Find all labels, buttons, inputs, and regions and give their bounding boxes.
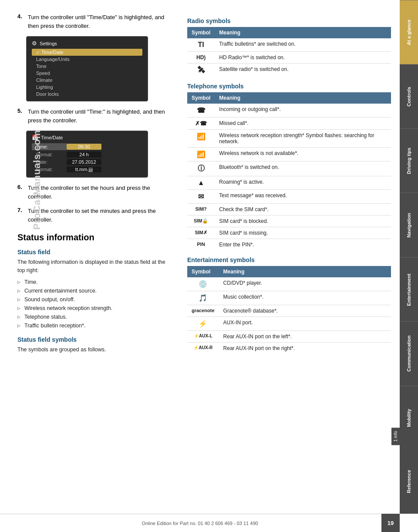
step-6-number: 6. — [17, 184, 26, 190]
menu-item-climate: Climate — [32, 77, 142, 84]
tel-meaning-signal: Wireless network reception strength* Sym… — [215, 130, 391, 148]
ent-sym-aux-l: ⚡AUX-L — [187, 331, 219, 343]
sidebar-item-reference[interactable]: Reference — [400, 450, 418, 514]
settings-label: Settings — [40, 41, 57, 46]
entertainment-symbols-heading: Entertainment symbols — [187, 256, 391, 263]
status-field-symbols-text: The symbols are grouped as follows. — [17, 346, 174, 354]
settings-title: ⚙ Settings — [32, 40, 142, 47]
table-row: ⚡ AUX-IN port. — [187, 317, 391, 331]
tel-sym-sim-check: SIM? — [187, 204, 215, 215]
menu-item-tone: Tone — [32, 63, 142, 70]
table-row: ✗☎ Missed call*. — [187, 118, 391, 130]
table-row: 💿 CD/DVD* player. — [187, 277, 391, 291]
tel-meaning-no-signal: Wireless network is not available*. — [215, 148, 391, 162]
sidebar-item-at-a-glance[interactable]: At a glance — [400, 0, 418, 64]
timedate-date-value: 27.05.2012 — [67, 159, 101, 165]
tel-sym-sim-missing: SIM✗ — [187, 227, 215, 239]
timedate-row-date: Date: 27.05.2012 — [32, 159, 142, 165]
tel-meaning-missed: Missed call*. — [215, 118, 391, 130]
ent-meaning-aux: AUX-IN port. — [219, 317, 391, 331]
status-field-bullets: Time. Current entertainment source. Soun… — [17, 278, 174, 330]
page-number: 19 — [381, 514, 400, 532]
ent-sym-gracenote: gracenote — [187, 305, 219, 317]
timedate-row-time: Time: 09:30 — [32, 143, 142, 150]
timedate-time-value: 09:30 — [67, 144, 101, 150]
table-row: SIM🔒 SIM card* is blocked. — [187, 215, 391, 227]
radio-sym-sat: 🛰 — [187, 64, 215, 77]
table-row: ⓘ Bluetooth* is switched on. — [187, 162, 391, 176]
tel-sym-signal: 📶 — [187, 130, 215, 148]
ent-col-symbol: Symbol — [187, 266, 219, 277]
ent-meaning-aux-r: Rear AUX-IN port on the right*. — [219, 343, 391, 354]
tel-sym-roaming: ▲ — [187, 176, 215, 190]
radio-symbols-table: Symbol Meaning TI Traffic bulletins* are… — [187, 27, 391, 77]
step-6-text: Turn the controller to set the hours and… — [28, 184, 174, 201]
ent-meaning-aux-l: Rear AUX-IN port on the left*. — [219, 331, 391, 343]
tel-meaning-call: Incoming or outgoing call*. — [215, 104, 391, 118]
hd-icon: HD) — [196, 54, 206, 61]
table-row: ⚡AUX-R Rear AUX-IN port on the right*. — [187, 343, 391, 354]
radio-meaning-ti: Traffic bulletins* are switched on. — [215, 38, 391, 52]
sidebar-item-entertainment[interactable]: Entertainment — [400, 257, 418, 322]
table-row: 📶 Wireless network is not available*. — [187, 148, 391, 162]
tel-col-meaning: Meaning — [215, 92, 391, 104]
table-row: ✉ Text message* was received. — [187, 190, 391, 204]
tel-meaning-roaming: Roaming* is active. — [215, 176, 391, 190]
ent-col-meaning: Meaning — [219, 266, 391, 277]
table-row: SIM? Check the SIM card*. — [187, 204, 391, 215]
bullet-traffic: Traffic bulletin reception*. — [17, 321, 174, 330]
tel-sym-sim-blocked: SIM🔒 — [187, 215, 215, 227]
menu-item-language: Language/Units — [32, 56, 142, 63]
sidebar: At a glance Controls Driving tips Naviga… — [400, 0, 418, 514]
menu-item-speed: Speed — [32, 70, 142, 77]
timedate-screen: 📅 Time/Date Time: 09:30 Format: 24 h Dat… — [26, 131, 148, 178]
main-content: 4. Turn the controller until "Time/Date"… — [0, 0, 400, 364]
footer: Online Edition for Part no. 01 40 2 606 … — [0, 514, 400, 532]
radio-meaning-sat: Satellite radio* is switched on. — [215, 64, 391, 77]
tel-meaning-sms: Text message* was received. — [215, 190, 391, 204]
ent-sym-aux-r: ⚡AUX-R — [187, 343, 219, 354]
table-row: SIM✗ SIM card* is missing. — [187, 227, 391, 239]
step-4-text: Turn the controller until "Time/Date" is… — [28, 13, 174, 30]
sidebar-item-communication[interactable]: Communication — [400, 321, 418, 386]
sidebar-item-controls[interactable]: Controls — [400, 64, 418, 129]
tel-sym-sms: ✉ — [187, 190, 215, 204]
settings-screen: ⚙ Settings Time/Date Language/Units Tone… — [26, 36, 148, 101]
sidebar-item-driving-tips[interactable]: Driving tips — [400, 128, 418, 193]
menu-item-timedate: Time/Date — [32, 49, 142, 56]
menu-item-doorlocks: Door locks — [32, 91, 142, 98]
radio-sym-hd: HD) — [187, 52, 215, 64]
status-field-description: The following information is displayed i… — [17, 258, 174, 275]
telephone-symbols-table: Symbol Meaning ☎ Incoming or outgoing ca… — [187, 92, 391, 250]
radio-symbols-heading: Radio symbols — [187, 17, 391, 24]
table-row: ▲ Roaming* is active. — [187, 176, 391, 190]
ent-sym-cd: 💿 — [187, 277, 219, 291]
bullet-entertainment: Current entertainment source. — [17, 286, 174, 295]
settings-menu: Time/Date Language/Units Tone Speed Clim… — [32, 49, 142, 98]
info-badge: 1 info — [391, 428, 400, 445]
step-5: 5. Turn the controller until "Time:" is … — [17, 108, 174, 125]
table-row: 📶 Wireless network reception strength* S… — [187, 130, 391, 148]
table-row: TI Traffic bulletins* are switched on. — [187, 38, 391, 52]
tel-meaning-sim-blocked: SIM card* is blocked. — [215, 215, 391, 227]
tel-sym-call: ☎ — [187, 104, 215, 118]
tel-meaning-sim-check: Check the SIM card*. — [215, 204, 391, 215]
tel-col-symbol: Symbol — [187, 92, 215, 104]
table-row: 🎵 Music collection*. — [187, 291, 391, 305]
step-5-text: Turn the controller until "Time:" is hig… — [28, 108, 174, 125]
tel-sym-missed: ✗☎ — [187, 118, 215, 130]
table-row: 🛰 Satellite radio* is switched on. — [187, 64, 391, 77]
timedate-format2-value: tt.mm.jjjj — [67, 166, 101, 172]
sidebar-item-mobility[interactable]: Mobility — [400, 386, 418, 450]
table-row: ☎ Incoming or outgoing call*. — [187, 104, 391, 118]
sidebar-item-navigation[interactable]: Navigation — [400, 193, 418, 257]
footer-text: Online Edition for Part no. 01 40 2 606 … — [142, 521, 258, 526]
timedate-row-format2: Format: tt.mm.jjjj — [32, 166, 142, 172]
ent-meaning-music: Music collection*. — [219, 291, 391, 305]
tel-meaning-sim-missing: SIM card* is missing. — [215, 227, 391, 239]
step-7-number: 7. — [17, 207, 26, 213]
radio-col-symbol: Symbol — [187, 27, 215, 38]
radio-sym-ti: TI — [187, 38, 215, 52]
ent-meaning-cd: CD/DVD* player. — [219, 277, 391, 291]
timedate-label: Time/Date — [41, 135, 63, 140]
